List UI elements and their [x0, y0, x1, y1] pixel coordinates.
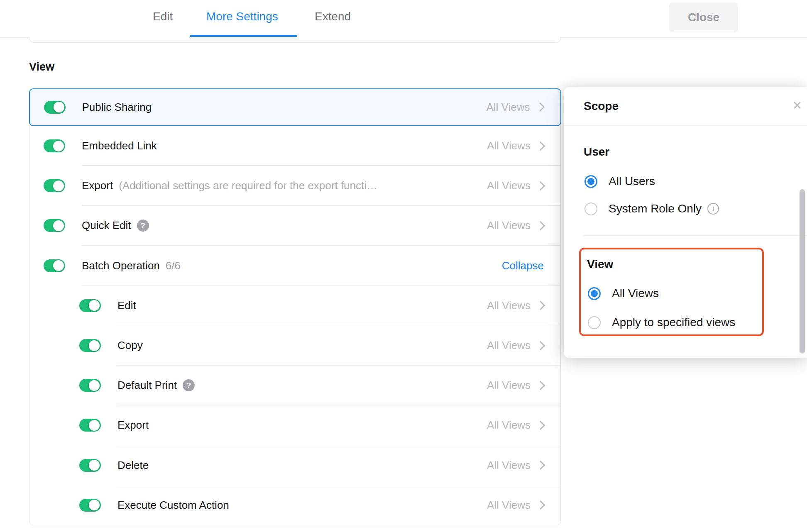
chevron-right-icon — [536, 221, 545, 231]
toggle-knob — [89, 420, 100, 431]
toggle-batch-delete[interactable] — [79, 459, 101, 472]
toggle-knob — [89, 460, 100, 471]
chevron-right-icon — [536, 421, 545, 430]
toggle-knob — [53, 141, 64, 151]
radio-unselected-icon[interactable] — [584, 203, 597, 215]
toggle-knob — [89, 380, 100, 391]
row-label: Edit — [117, 299, 136, 312]
toggle-knob — [53, 220, 64, 231]
radio-option-apply-to-specified-views[interactable]: Apply to specified views — [588, 316, 735, 329]
chevron-right-icon — [536, 141, 545, 151]
row-scope-value: All Views — [486, 101, 530, 114]
view-section-highlight-box: View All Views Apply to specified views — [579, 248, 764, 336]
scope-panel-title: Scope — [584, 100, 619, 113]
row-label: Export — [117, 419, 149, 432]
row-batch-edit[interactable]: Edit All Views — [29, 286, 560, 325]
chevron-right-icon — [536, 341, 545, 350]
scope-header-divider — [564, 125, 807, 126]
collapse-link[interactable]: Collapse — [502, 259, 544, 272]
row-label: Embedded Link — [82, 139, 157, 152]
toggle-knob — [54, 102, 64, 112]
tab-extend[interactable]: Extend — [315, 10, 351, 23]
chevron-right-icon — [536, 461, 545, 470]
row-scope-value: All Views — [487, 499, 531, 512]
radio-option-all-users[interactable]: All Users — [584, 175, 655, 188]
row-batch-export[interactable]: Export All Views — [29, 405, 560, 445]
radio-option-system-role-only[interactable]: System Role Only i — [584, 202, 719, 215]
row-execute-custom-action[interactable]: Execute Custom Action All Views — [29, 485, 560, 525]
dialog-header: Edit More Settings Extend Close — [0, 0, 807, 37]
row-scope-value: All Views — [487, 219, 531, 232]
toggle-public-sharing[interactable] — [44, 101, 66, 114]
row-scope-value: All Views — [487, 339, 531, 352]
row-scope-value: All Views — [487, 379, 531, 392]
row-export[interactable]: Export (Additional settings are required… — [29, 166, 560, 206]
toggle-knob — [89, 340, 100, 351]
row-count: 6/6 — [166, 259, 181, 272]
row-label: Default Print — [117, 379, 177, 392]
toggle-embedded-link[interactable] — [44, 139, 65, 152]
tab-edit[interactable]: Edit — [153, 10, 173, 23]
radio-label: Apply to specified views — [612, 316, 735, 329]
radio-label: All Views — [612, 287, 659, 300]
tab-more-settings[interactable]: More Settings — [206, 10, 278, 23]
row-label: Batch Operation — [82, 259, 160, 272]
toggle-batch-export[interactable] — [79, 419, 101, 432]
toggle-knob — [89, 300, 100, 311]
scope-panel-header: Scope × — [564, 87, 807, 125]
toggle-execute-custom-action[interactable] — [79, 499, 101, 512]
row-label: Delete — [117, 459, 149, 472]
row-scope-value: All Views — [487, 459, 531, 472]
row-scope-value: All Views — [487, 299, 531, 312]
row-batch-operation[interactable]: Batch Operation 6/6 Collapse — [29, 246, 560, 286]
chevron-right-icon — [536, 181, 545, 190]
row-note: (Additional settings are required for th… — [119, 179, 377, 192]
row-batch-delete[interactable]: Delete All Views — [29, 445, 560, 485]
radio-unselected-icon[interactable] — [588, 316, 601, 329]
chevron-right-icon — [536, 381, 545, 390]
toggle-knob — [89, 500, 100, 510]
view-section-heading: View — [587, 258, 613, 271]
close-icon[interactable]: × — [793, 98, 802, 113]
row-label: Public Sharing — [82, 101, 152, 114]
row-public-sharing[interactable]: Public Sharing All Views — [29, 88, 561, 126]
row-label: Export — [82, 179, 113, 192]
chevron-right-icon — [536, 301, 545, 310]
scope-section-divider — [584, 235, 807, 236]
toggle-batch-edit[interactable] — [79, 299, 101, 312]
scrolled-card-bottom-edge — [29, 37, 561, 43]
toggle-knob — [53, 181, 64, 191]
info-icon[interactable]: i — [707, 203, 719, 215]
toggle-default-print[interactable] — [79, 379, 101, 392]
section-heading-view: View — [29, 61, 54, 73]
help-icon[interactable]: ? — [183, 379, 195, 391]
radio-selected-icon[interactable] — [588, 287, 601, 300]
row-label: Quick Edit — [82, 219, 131, 232]
help-icon[interactable]: ? — [137, 220, 149, 232]
radio-option-all-views[interactable]: All Views — [588, 287, 659, 300]
radio-label: All Users — [609, 175, 655, 188]
scrollbar-thumb[interactable] — [800, 189, 805, 354]
row-scope-value: All Views — [487, 419, 531, 432]
row-default-print[interactable]: Default Print ? All Views — [29, 366, 560, 405]
row-label: Execute Custom Action — [117, 499, 229, 512]
toggle-export[interactable] — [44, 179, 65, 192]
toggle-batch-copy[interactable] — [79, 339, 101, 352]
radio-selected-icon[interactable] — [584, 175, 597, 188]
view-settings-list: Public Sharing All Views Embedded Link A… — [29, 88, 561, 525]
toggle-batch-operation[interactable] — [44, 259, 65, 272]
settings-dialog: Edit More Settings Extend Close View Pub… — [0, 0, 807, 532]
chevron-right-icon — [536, 500, 545, 510]
user-section-heading: User — [584, 145, 609, 159]
row-batch-copy[interactable]: Copy All Views — [29, 325, 560, 365]
row-scope-value: All Views — [487, 139, 531, 152]
row-label: Copy — [117, 339, 143, 352]
chevron-right-icon — [535, 102, 545, 112]
row-quick-edit[interactable]: Quick Edit ? All Views — [29, 206, 560, 246]
toggle-quick-edit[interactable] — [44, 219, 65, 232]
radio-label: System Role Only — [609, 202, 702, 215]
row-scope-value: All Views — [487, 179, 531, 192]
toggle-knob — [53, 260, 64, 271]
close-button[interactable]: Close — [669, 2, 738, 32]
row-embedded-link[interactable]: Embedded Link All Views — [29, 126, 560, 166]
